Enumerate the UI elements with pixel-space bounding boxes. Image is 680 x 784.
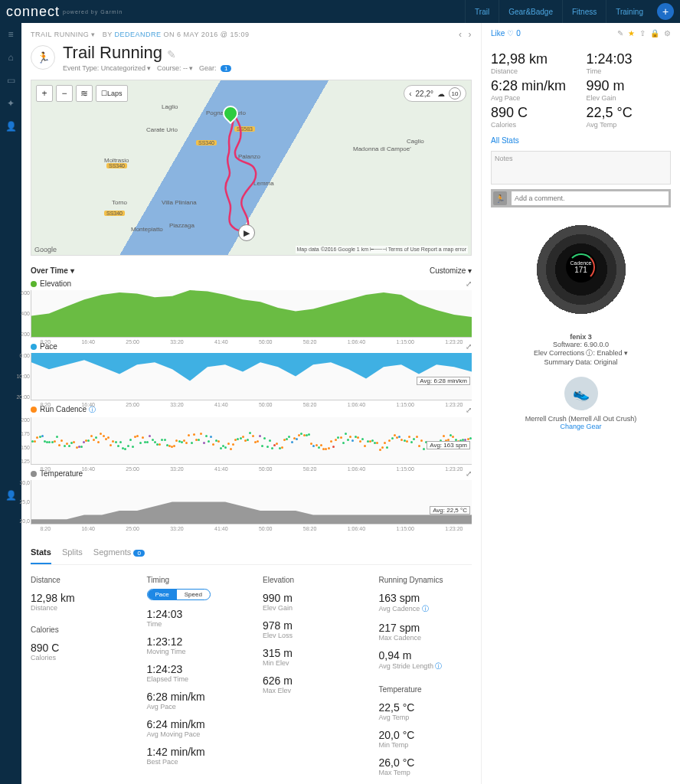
lock-icon[interactable]: 🔒 xyxy=(650,29,659,38)
map-road: SS340 xyxy=(106,163,127,168)
runner-icon: 🏃 xyxy=(493,191,507,205)
map-place: Madonna di Campoe' xyxy=(353,145,411,152)
topbar: connect powered by Garmin Trail Gear&Bad… xyxy=(0,0,680,23)
edit-title-icon[interactable]: ✎ xyxy=(167,48,176,60)
device-name: fenix 3 xyxy=(491,333,671,341)
bc-category[interactable]: TRAIL RUNNING xyxy=(31,31,89,38)
map-road: SS340 xyxy=(104,211,125,216)
metric-label: Time xyxy=(587,67,672,75)
map-place: Caglio xyxy=(407,138,424,145)
change-gear-link[interactable]: Change Gear xyxy=(491,423,671,430)
layers-button[interactable]: ≋ xyxy=(76,85,93,102)
home-icon[interactable]: ⌂ xyxy=(8,52,13,63)
activity-icon-large: 🏃 xyxy=(31,45,55,70)
nav-fitness[interactable]: Fitness xyxy=(562,0,606,23)
logo-text: connect xyxy=(6,4,60,20)
map-place: Laglio xyxy=(162,103,178,110)
map-place: Montepiatto xyxy=(131,226,163,233)
metric-label: Avg Pace xyxy=(491,94,576,102)
watch-image: Cadence171 xyxy=(535,221,627,328)
map-place: Carate Urio xyxy=(146,126,178,133)
svg-marker-2 xyxy=(31,502,472,524)
chart-mode-select[interactable]: Over Time ▾ xyxy=(31,266,74,275)
breadcrumb: TRAIL RUNNING ▾ BY DEDEANDRE ON 6 MAY 20… xyxy=(31,29,472,40)
add-button[interactable]: + xyxy=(657,3,674,20)
zoom-out-button[interactable]: − xyxy=(56,85,73,102)
course-select[interactable]: Course: -- ▾ xyxy=(157,64,194,72)
cloud-icon: ☁ xyxy=(437,90,445,98)
shoe-icon: 👟 xyxy=(564,377,598,410)
google-logo: Google xyxy=(34,246,57,253)
metric-label: Elev Gain xyxy=(587,94,672,102)
metric-value: 990 m xyxy=(587,78,672,94)
dashboard-icon[interactable]: ▭ xyxy=(7,75,15,86)
map-road: SS340 xyxy=(196,140,217,145)
svg-marker-1 xyxy=(31,353,472,381)
metric-label: Calories xyxy=(491,121,576,129)
map-temp-value: 22,2° xyxy=(416,90,433,98)
like-button[interactable]: Like ♡ 0 xyxy=(491,29,521,38)
metric-value: 22,5 °C xyxy=(587,105,672,121)
gear-count[interactable]: 1 xyxy=(221,65,231,72)
prev-activity[interactable]: ‹ xyxy=(459,29,463,40)
metric-label: Avg Temp xyxy=(587,121,672,129)
tab-splits[interactable]: Splits xyxy=(62,543,83,564)
map-play-button[interactable]: ▶ xyxy=(238,224,255,241)
tab-stats[interactable]: Stats xyxy=(31,543,51,564)
bc-date: ON 6 MAY 2016 @ 15:09 xyxy=(164,31,250,38)
customize-charts[interactable]: Customize ▾ xyxy=(430,266,472,275)
wind-icon: 10 xyxy=(449,87,461,100)
logo[interactable]: connect powered by Garmin xyxy=(6,4,123,20)
nav-gear[interactable]: Gear&Badge xyxy=(499,0,562,23)
heart-icon: ♡ xyxy=(507,29,514,38)
laps-button[interactable]: ☐ Laps xyxy=(96,85,128,102)
gear-label: Gear: xyxy=(199,64,217,72)
favorite-icon[interactable]: ★ xyxy=(628,29,635,38)
profile-icon[interactable]: 👤 xyxy=(5,121,17,132)
map[interactable]: + − ≋ ☐ Laps ‹ 22,2° ☁ 10 Laglio Carate … xyxy=(31,80,472,256)
logo-sub: powered by Garmin xyxy=(63,9,123,15)
map-attribution: Map data ©2016 Google 1 km ⊢──⊣ Terms of… xyxy=(296,246,468,253)
next-activity[interactable]: › xyxy=(469,29,472,40)
comment-row: 🏃 xyxy=(491,189,671,207)
notes-field[interactable]: Notes xyxy=(491,151,671,185)
device-elev[interactable]: Elev Corrections ⓘ: Enabled ▾ xyxy=(491,348,671,358)
device-summary: Summary Data: Original xyxy=(491,358,671,366)
activity-icon[interactable]: ✦ xyxy=(7,98,15,109)
map-place: Villa Pliniana xyxy=(162,199,197,206)
gear-name: Merrell Crush (Merrell All Out Crush) xyxy=(491,415,671,423)
device-panel: Cadence171 fenix 3 Software: 6.90.0.0 El… xyxy=(491,221,671,366)
stats-tabs: Stats Splits Segments 0 xyxy=(31,543,472,565)
metric-value: 12,98 km xyxy=(491,51,576,67)
comment-input[interactable] xyxy=(512,191,669,205)
share-icon[interactable]: ⇪ xyxy=(639,29,646,38)
gps-track xyxy=(219,111,265,241)
menu-icon[interactable]: ≡ xyxy=(8,29,13,40)
map-place: Torno xyxy=(112,199,127,206)
settings-icon[interactable]: ⚙ xyxy=(664,29,671,38)
device-sw: Software: 6.90.0.0 xyxy=(491,341,671,348)
sidebar: ≡ ⌂ ▭ ✦ 👤 👤 xyxy=(0,23,21,784)
bc-user[interactable]: DEDEANDRE xyxy=(115,31,162,38)
pace-speed-toggle[interactable]: PaceSpeed xyxy=(147,589,211,600)
metric-value: 890 C xyxy=(491,105,576,121)
zoom-in-button[interactable]: + xyxy=(36,85,53,102)
event-type[interactable]: Event Type: Uncategorized ▾ xyxy=(63,64,151,72)
tab-segments[interactable]: Segments 0 xyxy=(93,543,145,564)
expand-chart-icon[interactable]: ⤢ xyxy=(466,279,472,288)
edit-icon[interactable]: ✎ xyxy=(617,29,623,38)
all-stats-link[interactable]: All Stats xyxy=(491,136,671,145)
bc-by: BY xyxy=(103,31,113,38)
metric-value: 6:28 min/km xyxy=(491,78,576,94)
nav-trail[interactable]: Trail xyxy=(465,0,499,23)
activity-title: Trail Running xyxy=(63,43,162,62)
top-nav: Trail Gear&Badge Fitness Training + xyxy=(465,0,674,23)
gear-panel: 👟 Merrell Crush (Merrell All Out Crush) … xyxy=(491,377,671,430)
metric-value: 1:24:03 xyxy=(587,51,672,67)
svg-marker-0 xyxy=(31,290,472,337)
map-weather[interactable]: ‹ 22,2° ☁ 10 xyxy=(404,85,466,102)
nav-training[interactable]: Training xyxy=(606,0,652,23)
metric-label: Distance xyxy=(491,67,576,75)
map-place: Piazzaga xyxy=(169,222,195,229)
